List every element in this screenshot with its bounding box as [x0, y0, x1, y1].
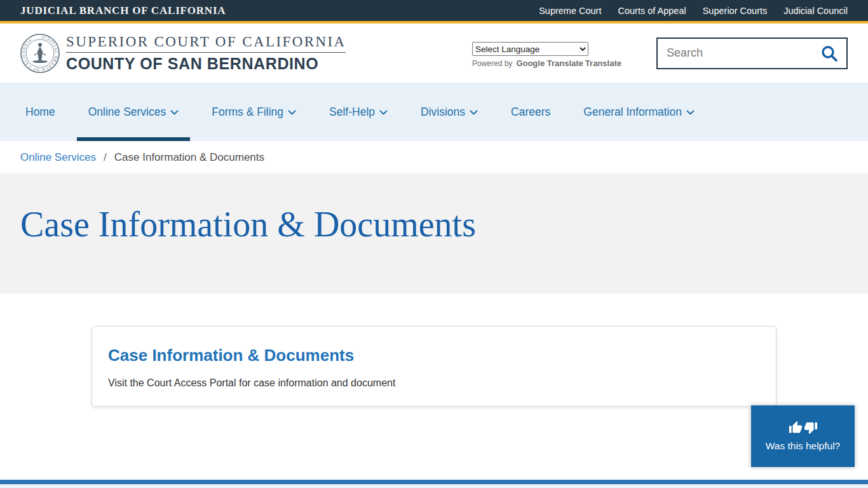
page: JUDICIAL BRANCH OF CALIFORNIA Supreme Co… — [0, 0, 868, 488]
chevron-down-icon — [170, 110, 179, 116]
breadcrumb: Online Services / Case Information & Doc… — [0, 141, 868, 173]
search-button[interactable] — [820, 44, 839, 63]
judicial-branch-brand[interactable]: JUDICIAL BRANCH OF CALIFORNIA — [20, 4, 226, 17]
nav-item-careers[interactable]: Careers — [494, 83, 567, 141]
powered-by-label: Powered by — [472, 59, 512, 68]
top-utility-bar: JUDICIAL BRANCH OF CALIFORNIA Supreme Co… — [0, 0, 868, 21]
thumb-up-icon — [789, 421, 803, 435]
breadcrumb-separator: / — [104, 151, 107, 164]
page-title: Case Information & Documents — [20, 205, 848, 245]
nav-item-divisions[interactable]: Divisions — [404, 83, 494, 141]
search-input[interactable] — [667, 46, 820, 60]
nav-item-self-help[interactable]: Self-Help — [313, 83, 404, 141]
nav-item-online-services[interactable]: Online Services — [72, 83, 196, 141]
main-content: Case Information & Documents Visit the C… — [0, 294, 868, 480]
nav-item-forms-filing[interactable]: Forms & Filing — [195, 83, 313, 141]
footer-area — [0, 484, 868, 488]
chevron-down-icon — [379, 110, 388, 116]
site-title-line1: SUPERIOR COURT OF CALIFORNIA — [66, 34, 346, 53]
site-header: JUDICIAL BRANCH OF CALIFORNIA SUPERIOR C… — [0, 24, 868, 83]
chevron-down-icon — [686, 110, 695, 116]
google-translate-attribution: Powered by Google Translate Translate — [472, 58, 618, 68]
chevron-down-icon — [470, 110, 478, 116]
case-information-card: Case Information & Documents Visit the C… — [92, 326, 776, 407]
site-logo-home-link[interactable]: JUDICIAL BRANCH OF CALIFORNIA SUPERIOR C… — [20, 34, 346, 73]
card-description: Visit the Court Access Portal for case i… — [108, 377, 760, 389]
google-translate-alt-text: Google Translate — [516, 58, 583, 68]
hero-section: Case Information & Documents — [0, 173, 868, 294]
header-right: Select Language Powered by Google Transl… — [472, 37, 848, 69]
nav-item-home[interactable]: Home — [9, 83, 72, 141]
breadcrumb-online-services[interactable]: Online Services — [20, 151, 96, 164]
search-icon — [820, 44, 839, 63]
translate-label[interactable]: Translate — [585, 58, 621, 68]
language-select[interactable]: Select Language — [472, 42, 588, 56]
nav-item-general-information[interactable]: General Information — [567, 83, 711, 141]
link-superior-courts[interactable]: Superior Courts — [703, 6, 768, 16]
was-this-helpful-button[interactable]: Was this helpful? — [751, 405, 855, 467]
feedback-thumbs — [789, 421, 818, 435]
link-courts-of-appeal[interactable]: Courts of Appeal — [618, 6, 686, 16]
language-widget: Select Language Powered by Google Transl… — [472, 42, 618, 68]
link-supreme-court[interactable]: Supreme Court — [539, 6, 601, 16]
site-title-line2: COUNTY OF SAN BERNARDINO — [66, 53, 346, 73]
feedback-label: Was this helpful? — [766, 440, 840, 452]
court-seal-logo: JUDICIAL BRANCH OF CALIFORNIA — [20, 34, 60, 73]
site-title: SUPERIOR COURT OF CALIFORNIA COUNTY OF S… — [66, 34, 346, 73]
link-judicial-council[interactable]: Judicial Council — [783, 6, 848, 16]
site-search — [656, 37, 848, 69]
top-utility-links: Supreme Court Courts of Appeal Superior … — [539, 6, 848, 16]
chevron-down-icon — [288, 110, 296, 116]
footer-accent-bar — [0, 480, 868, 484]
card-title-link[interactable]: Case Information & Documents — [108, 346, 760, 365]
main-nav: Home Online Services Forms & Filing Self… — [0, 83, 868, 141]
breadcrumb-current: Case Information & Documents — [114, 151, 264, 164]
thumb-down-icon — [804, 421, 818, 435]
